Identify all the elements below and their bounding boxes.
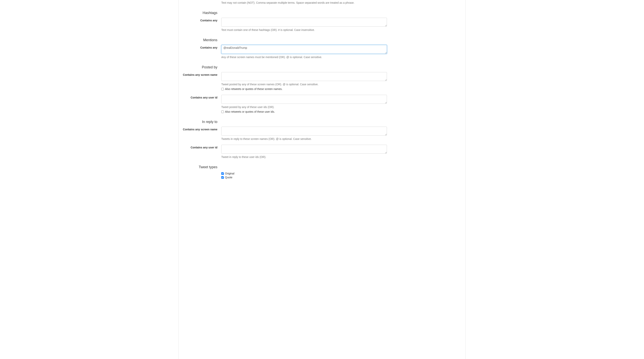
posted-by-user-id-label: Contains any user id <box>190 96 218 99</box>
section-posted-by-title: Posted by <box>182 65 221 69</box>
posted-by-user-id-row: Contains any user id Tweet posted by any… <box>182 95 462 116</box>
tweet-type-quote-row: Quote <box>221 176 387 179</box>
in-reply-to-screen-name-label: Contains any screen name <box>183 128 218 131</box>
posted-by-user-id-retweets-row: Also retweets or quotes of these user id… <box>221 110 387 113</box>
in-reply-to-user-id-input[interactable] <box>221 145 387 154</box>
section-tweet-types-title: Tweet types <box>182 165 221 169</box>
tweet-type-original-checkbox[interactable] <box>221 172 224 175</box>
in-reply-to-screen-name-row: Contains any screen name Tweets in reply… <box>182 127 462 143</box>
posted-by-screen-name-retweets-checkbox[interactable] <box>221 88 224 90</box>
posted-by-screen-name-input[interactable] <box>221 72 387 81</box>
posted-by-user-id-input[interactable] <box>221 95 387 104</box>
posted-by-screen-name-help: Tweet posted by any of these screen name… <box>221 83 387 86</box>
posted-by-screen-name-retweets-label: Also retweets or quotes of these screen … <box>225 87 282 90</box>
in-reply-to-user-id-label: Contains any user id <box>190 146 218 149</box>
in-reply-to-screen-name-input[interactable] <box>221 127 387 136</box>
top-help-text: Text may not contain (NOT). Comma separa… <box>221 1 387 4</box>
hashtags-contains-any-help: Text must contain one of these hashtags … <box>221 28 387 31</box>
hashtags-contains-any-label: Contains any <box>200 19 218 22</box>
hashtags-contains-any-row: Contains any Text must contain one of th… <box>182 18 462 34</box>
in-reply-to-screen-name-help: Tweets in reply to these screen names (O… <box>221 137 387 140</box>
posted-by-screen-name-retweets-row: Also retweets or quotes of these screen … <box>221 87 387 90</box>
posted-by-user-id-retweets-checkbox[interactable] <box>221 110 224 113</box>
section-mentions-title: Mentions <box>182 38 221 42</box>
tweet-type-quote-label: Quote <box>225 176 232 179</box>
posted-by-user-id-help: Tweet posted by any of these user ids (O… <box>221 105 387 109</box>
top-help-row: Text may not contain (NOT). Comma separa… <box>182 0 462 6</box>
posted-by-screen-name-row: Contains any screen name Tweet posted by… <box>182 72 462 93</box>
posted-by-screen-name-label: Contains any screen name <box>183 73 218 76</box>
mentions-contains-any-help: Any of these screen names must be mentio… <box>221 55 387 59</box>
in-reply-to-user-id-row: Contains any user id Tweet in reply to t… <box>182 145 462 161</box>
tweet-type-original-row: Original <box>221 172 387 175</box>
posted-by-user-id-retweets-label: Also retweets or quotes of these user id… <box>225 110 275 113</box>
tweet-type-original-label: Original <box>225 172 234 175</box>
section-in-reply-to-title: In reply to <box>182 120 221 124</box>
hashtags-contains-any-input[interactable] <box>221 18 387 27</box>
tweet-types-row: Original Quote <box>182 172 462 181</box>
mentions-contains-any-row: Contains any Any of these screen names m… <box>182 45 462 61</box>
tweet-type-quote-checkbox[interactable] <box>221 176 224 179</box>
mentions-contains-any-input[interactable] <box>221 45 387 54</box>
form-container: Text may not contain (NOT). Comma separa… <box>178 0 466 359</box>
mentions-contains-any-label: Contains any <box>200 46 218 49</box>
section-hashtags-title: Hashtags <box>182 11 221 15</box>
in-reply-to-user-id-help: Tweet in reply to these user ids (OR). <box>221 155 387 159</box>
